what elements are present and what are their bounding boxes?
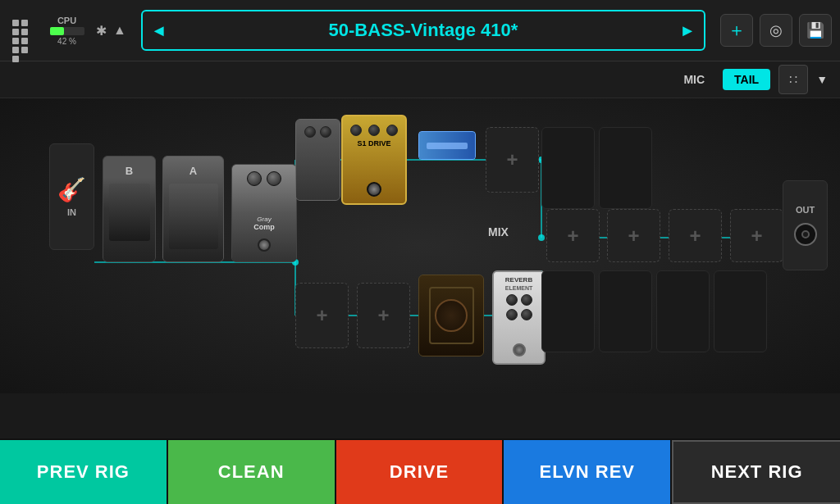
lower-dark-slot-1[interactable] — [541, 270, 595, 352]
save-button[interactable]: 💾 — [799, 14, 832, 47]
upper-gray-body — [296, 120, 340, 200]
s1drive-knob3 — [386, 125, 398, 136]
cabinet-body — [419, 275, 483, 356]
s1drive-knob1 — [350, 125, 362, 136]
upper-blue-device[interactable] — [418, 131, 476, 160]
upper-add-icon: + — [506, 148, 518, 171]
grid-view-button[interactable]: ∷ — [778, 65, 808, 94]
cpu-percent: 42 % — [57, 37, 76, 46]
mix-add-slot-3[interactable]: + — [669, 209, 722, 262]
wah-a-pedal[interactable]: A — [162, 156, 224, 262]
upper-add-slot[interactable]: + — [486, 127, 539, 193]
lower-dark-slot-2[interactable] — [599, 270, 652, 352]
cpu-bar-container — [50, 27, 84, 35]
reverb-knobs — [506, 294, 532, 320]
s1drive-body: S1 DRIVE — [343, 116, 405, 203]
knob-row-1 — [304, 126, 331, 138]
reverb-knob2 — [521, 294, 532, 306]
dropdown-arrow-icon[interactable]: ▼ — [816, 73, 828, 86]
s1drive-pedal[interactable]: S1 DRIVE — [341, 115, 407, 205]
upper-dark-slot-1[interactable] — [541, 127, 595, 209]
reverb-knob3 — [506, 309, 518, 320]
wah-b-label: B — [126, 165, 133, 177]
in-label: IN — [67, 207, 76, 217]
cpu-block: CPU 42 % — [44, 16, 89, 46]
mix-add-icon-2: + — [628, 225, 639, 247]
wah-b-pedal[interactable]: B — [103, 156, 156, 262]
second-bar: MIC TAIL ∷ ▼ — [0, 61, 840, 98]
upper-dark-slot-2[interactable] — [599, 127, 652, 209]
lower-add-icon-2: + — [377, 304, 389, 327]
top-right-icons: ＋ ◎ 💾 — [720, 14, 832, 47]
mix-add-slot-4[interactable]: + — [730, 209, 783, 262]
mic-button[interactable]: MIC — [673, 69, 714, 90]
graycomp-knob2 — [267, 171, 281, 186]
grid-dots-icon: ∷ — [789, 72, 797, 88]
bottom-bar: PREV RIG CLEAN DRIVE ELVN REV NEXT RIG — [0, 438, 840, 504]
clean-button[interactable]: CLEAN — [168, 440, 336, 504]
pedalboard: 🎸 IN B A Gray Comp — [0, 98, 840, 393]
reverb-body: REVERB ELEMENT — [494, 272, 544, 363]
preset-prev-arrow[interactable]: ◄ — [143, 21, 176, 40]
s1drive-knobs — [350, 125, 398, 136]
stompbox-button[interactable]: ◎ — [760, 14, 792, 47]
wah-a-body: A — [163, 157, 223, 261]
s1drive-label: S1 DRIVE — [357, 139, 390, 148]
graycomp-pedal[interactable]: Gray Comp — [231, 164, 297, 262]
input-slot[interactable]: 🎸 IN — [49, 143, 94, 250]
graycomp-knob1 — [247, 171, 262, 186]
guitar-icon: 🎸 — [57, 176, 86, 203]
cabinet-pedal[interactable] — [418, 275, 484, 356]
upper-gray-pedal[interactable] — [295, 119, 340, 201]
reverb-knob1 — [506, 294, 518, 306]
speaker-cone — [435, 299, 468, 332]
cabinet-speaker — [429, 287, 474, 344]
mix-label: MIX — [488, 225, 509, 238]
next-rig-button[interactable]: NEXT RIG — [672, 440, 840, 504]
wifi-icon: ▲ — [113, 23, 126, 38]
wah-a-label: A — [189, 165, 197, 177]
cpu-label: CPU — [57, 16, 76, 25]
cpu-bar — [50, 27, 65, 35]
mix-add-icon-4: + — [751, 225, 762, 247]
add-button[interactable]: ＋ — [720, 14, 753, 47]
upper-gray-knobs — [296, 120, 340, 144]
grid-icon[interactable] — [8, 16, 38, 45]
lower-dark-slot-4[interactable] — [714, 270, 767, 352]
preset-nav: ◄ 50-BASS-Vintage 410* ► — [141, 10, 705, 51]
prev-rig-button[interactable]: PREV RIG — [0, 440, 168, 504]
graycomp-body: Gray Comp — [232, 165, 296, 261]
lower-dark-slot-3[interactable] — [656, 270, 710, 352]
mix-add-slot-2[interactable]: + — [607, 209, 660, 262]
top-bar: CPU 42 % ✱ ▲ ◄ 50-BASS-Vintage 410* ► ＋ … — [0, 0, 840, 61]
reverb-pedal[interactable]: REVERB ELEMENT — [492, 270, 546, 365]
lower-add-slot-2[interactable]: + — [357, 283, 410, 348]
tail-button[interactable]: TAIL — [723, 69, 770, 90]
lower-add-icon-1: + — [316, 304, 327, 327]
svg-point-10 — [538, 234, 545, 241]
preset-next-arrow[interactable]: ► — [671, 21, 704, 40]
lower-add-slot-1[interactable]: + — [295, 283, 349, 348]
upper-knob-1 — [304, 126, 316, 138]
reverb-knob4 — [521, 309, 532, 320]
mix-add-icon-1: + — [567, 225, 578, 247]
upper-knob-2 — [320, 126, 331, 138]
s1drive-knob2 — [368, 125, 380, 136]
wah-b-body: B — [103, 157, 155, 261]
reverb-label: REVERB — [505, 276, 532, 284]
mix-add-icon-3: + — [689, 225, 701, 247]
drive-button[interactable]: DRIVE — [336, 440, 504, 504]
out-label: OUT — [796, 205, 815, 215]
bluetooth-icon: ✱ — [96, 23, 107, 39]
output-slot[interactable]: OUT — [783, 180, 828, 270]
preset-name: 50-BASS-Vintage 410* — [184, 20, 664, 41]
mix-add-slot-1[interactable]: + — [546, 209, 600, 262]
elvn-rev-button[interactable]: ELVN REV — [504, 440, 672, 504]
